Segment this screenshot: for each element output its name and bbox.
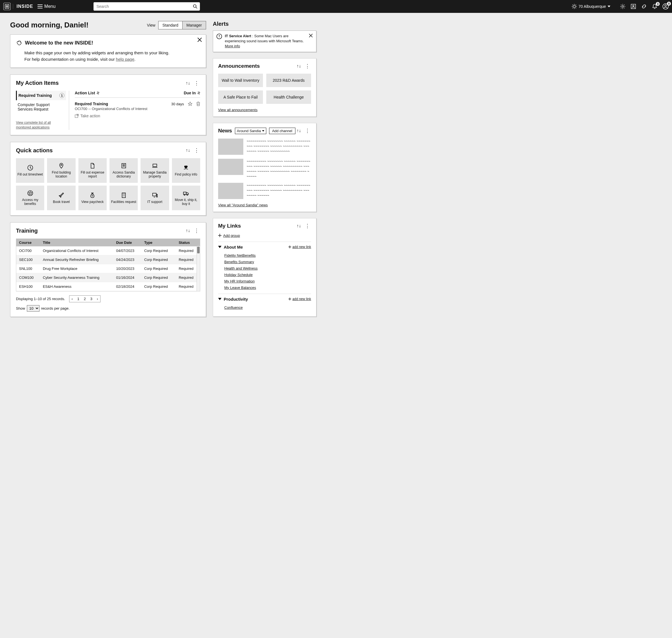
- alert-more-info-link[interactable]: More info: [225, 44, 240, 48]
- table-header[interactable]: Title: [40, 239, 113, 246]
- displaying-text: Displaying 1–10 of 25 records.: [16, 297, 65, 301]
- page-size-select[interactable]: 10: [27, 305, 39, 312]
- pager-page[interactable]: 3: [88, 296, 94, 302]
- quick-action-tile[interactable]: Access my benefits: [16, 186, 44, 210]
- quick-action-tile[interactable]: Fill out timesheet: [16, 158, 44, 183]
- news-item[interactable]: ~~~~~~~~~~ ~~~~~~~~ ~~~~~~ ~~~~~~~~~~ ~~…: [218, 159, 311, 179]
- reorder-button[interactable]: ↑↓: [297, 223, 301, 229]
- news-item[interactable]: ~~~~~~~~~~ ~~~~~~~~ ~~~~~~ ~~~~~~~~~~ ~~…: [218, 138, 311, 155]
- pager-next[interactable]: ›: [95, 296, 100, 302]
- card-menu-button[interactable]: ⋮: [193, 228, 200, 234]
- help-page-link[interactable]: help page: [116, 57, 134, 62]
- announcement-tile[interactable]: Health Challenge: [266, 90, 311, 104]
- scroll-thumb[interactable]: [197, 247, 200, 253]
- group-toggle[interactable]: Productivity: [218, 297, 248, 302]
- table-scrollbar[interactable]: [197, 246, 200, 291]
- settings-button[interactable]: [620, 4, 625, 9]
- card-menu-button[interactable]: ⋮: [304, 128, 311, 134]
- account-button[interactable]: 8: [662, 3, 669, 10]
- view-all-news-link[interactable]: View all "Around Sandia" news: [218, 203, 268, 207]
- welcome-line2: For help documentation on using Inside, …: [24, 56, 200, 63]
- link-item[interactable]: Fidelity NetBenefits: [224, 253, 311, 257]
- card-menu-button[interactable]: ⋮: [193, 147, 200, 153]
- take-action-button[interactable]: Take action: [75, 114, 147, 118]
- quick-action-tile[interactable]: Fill out expense report: [79, 158, 107, 183]
- pager-page[interactable]: 1: [75, 296, 82, 302]
- external-link-icon: [75, 114, 79, 118]
- link-item[interactable]: Benefits Summary: [224, 260, 311, 264]
- page-size-row: Show 10 records per page.: [16, 305, 200, 312]
- add-new-link-button[interactable]: add new link: [288, 245, 311, 249]
- table-row[interactable]: SNL100Drug Free Workplace10/20/2023Corp …: [16, 264, 200, 273]
- add-new-link-button[interactable]: add new link: [288, 297, 311, 301]
- view-all-announcements-link[interactable]: View all announcements: [218, 108, 257, 112]
- quick-action-tile[interactable]: Find building location: [47, 158, 75, 183]
- action-item-due: 30 days: [171, 102, 184, 106]
- table-header[interactable]: Due Date: [113, 239, 141, 246]
- money-bag-icon: $: [89, 192, 96, 198]
- svg-rect-16: [153, 193, 156, 196]
- add-channel-button[interactable]: Add channel: [269, 128, 296, 134]
- quick-action-label: IT support: [147, 200, 163, 204]
- star-button[interactable]: [188, 102, 192, 106]
- quick-action-tile[interactable]: Manage Sandia property: [140, 158, 169, 183]
- table-row[interactable]: SEC100Annual Security Refresher Briefing…: [16, 255, 200, 264]
- card-menu-button[interactable]: ⋮: [304, 223, 311, 229]
- link-item[interactable]: My HR Information: [224, 279, 311, 283]
- table-header[interactable]: Course: [16, 239, 40, 246]
- quick-action-tile[interactable]: Access Sandia dictionary: [110, 158, 138, 183]
- quick-action-tile[interactable]: Find policy info: [172, 158, 200, 183]
- svg-point-3: [622, 5, 624, 7]
- table-header[interactable]: Status: [176, 239, 200, 246]
- announcement-tile[interactable]: A Safe Place to Fail: [218, 90, 263, 104]
- welcome-close-button[interactable]: [197, 37, 202, 42]
- pager-prev[interactable]: ‹: [69, 296, 75, 302]
- announcement-tile[interactable]: 2023 R&D Awards: [266, 73, 311, 87]
- link-item[interactable]: Holiday Schedule: [224, 273, 311, 277]
- col-due[interactable]: Due In: [184, 91, 200, 95]
- col-action[interactable]: Action List: [75, 91, 99, 95]
- add-group-button[interactable]: Add group: [218, 234, 311, 238]
- reorder-button[interactable]: ↑↓: [186, 81, 190, 86]
- action-tab-required-training[interactable]: Required Training 1: [16, 91, 66, 100]
- reorder-button[interactable]: ↑↓: [297, 64, 301, 69]
- table-header[interactable]: Type: [141, 239, 176, 246]
- card-menu-button[interactable]: ⋮: [193, 80, 200, 86]
- reorder-button[interactable]: ↑↓: [186, 148, 190, 153]
- quick-action-tile[interactable]: Facilities request: [110, 186, 138, 210]
- group-toggle[interactable]: About Me: [218, 245, 243, 249]
- link-item[interactable]: Confluence: [224, 305, 311, 309]
- table-row[interactable]: COM100Cyber Security Awareness Training0…: [16, 273, 200, 282]
- quick-action-tile[interactable]: Book travel: [47, 186, 75, 210]
- link-item[interactable]: My Leave Balances: [224, 286, 311, 290]
- notifications-button[interactable]: 3: [652, 4, 657, 9]
- view-standard-button[interactable]: Standard: [158, 21, 183, 29]
- news-channel-select[interactable]: Around Sandia: [235, 128, 266, 134]
- reorder-button[interactable]: ↑↓: [297, 128, 301, 133]
- search-box: [94, 2, 200, 11]
- quick-action-tile[interactable]: $View paycheck: [79, 186, 107, 210]
- quick-action-tile[interactable]: Move it, ship it, buy it: [172, 186, 200, 210]
- view-manager-button[interactable]: Manager: [183, 21, 206, 29]
- table-row[interactable]: ESH100ES&H Awareness02/18/2024Corp Requi…: [16, 282, 200, 291]
- card-menu-button[interactable]: ⋮: [304, 63, 311, 69]
- quick-action-tile[interactable]: IT support: [140, 186, 169, 210]
- contact-button[interactable]: [631, 4, 636, 9]
- view-all-apps-link[interactable]: View complete list of all monitored appl…: [16, 120, 66, 130]
- alert-close-button[interactable]: [309, 34, 313, 37]
- links-button[interactable]: [641, 4, 647, 9]
- delete-button[interactable]: [196, 102, 200, 106]
- reorder-button[interactable]: ↑↓: [186, 228, 190, 233]
- news-item[interactable]: ~~~~~~~~~~ ~~~~~~~~ ~~~~~~ ~~~~~~~~~~ ~~…: [218, 183, 311, 199]
- weather-button[interactable]: 70 Albuquerque: [572, 4, 610, 9]
- menu-button[interactable]: Menu: [37, 4, 55, 9]
- announcement-tile[interactable]: Wall to Wall Inventory: [218, 73, 263, 87]
- svg-rect-0: [5, 4, 9, 9]
- search-button[interactable]: [190, 2, 200, 11]
- table-cell: Organizational Conflicts of Interest: [40, 246, 113, 255]
- pager-page[interactable]: 2: [82, 296, 88, 302]
- action-tab-support-request[interactable]: Computer Support Services Request: [16, 100, 66, 114]
- table-row[interactable]: OCI700Organizational Conflicts of Intere…: [16, 246, 200, 255]
- search-input[interactable]: [94, 2, 190, 11]
- link-item[interactable]: Health and Wellness: [224, 266, 311, 270]
